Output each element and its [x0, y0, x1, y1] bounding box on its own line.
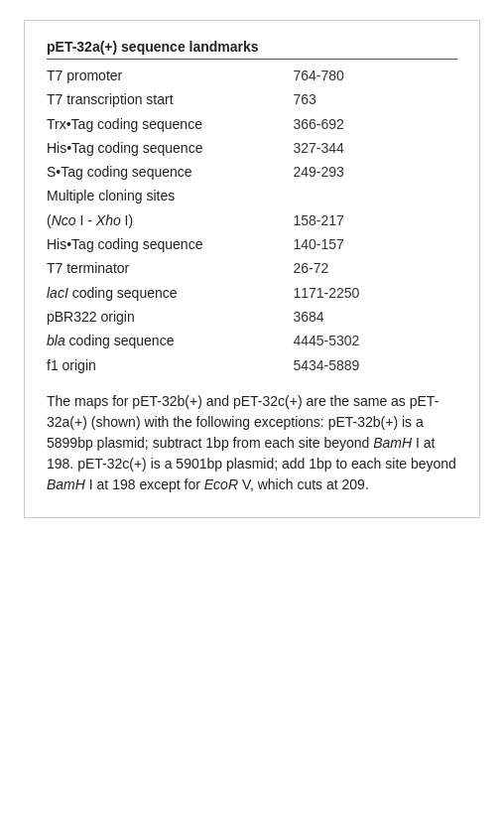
table-row: T7 transcription start763 — [47, 87, 457, 111]
table-row: Multiple cloning sites — [47, 184, 457, 207]
row-value: 4445-5302 — [293, 329, 457, 352]
row-value: 249-293 — [293, 160, 457, 184]
row-value: 764-780 — [293, 64, 457, 87]
row-value: 3684 — [293, 305, 457, 329]
table-row: pBR322 origin3684 — [47, 305, 457, 329]
row-name: T7 transcription start — [47, 87, 293, 111]
divider — [47, 59, 457, 60]
table-row: lacI coding sequence1171-2250 — [47, 281, 457, 305]
row-value: 26-72 — [293, 256, 457, 280]
row-name: pBR322 origin — [47, 305, 293, 329]
table-row: T7 terminator26-72 — [47, 256, 457, 280]
row-value: 1171-2250 — [293, 281, 457, 305]
row-name: bla coding sequence — [47, 329, 293, 352]
row-name: f1 origin — [47, 353, 293, 377]
table-row: bla coding sequence4445-5302 — [47, 329, 457, 352]
row-name: T7 promoter — [47, 64, 293, 87]
row-value — [293, 184, 457, 207]
row-value: 366-692 — [293, 112, 457, 136]
row-value: 140-157 — [293, 232, 457, 256]
table-row: His•Tag coding sequence140-157 — [47, 232, 457, 256]
row-name: S•Tag coding sequence — [47, 160, 293, 184]
row-value: 5434-5889 — [293, 353, 457, 377]
row-name: lacI coding sequence — [47, 281, 293, 305]
row-name: His•Tag coding sequence — [47, 232, 293, 256]
table-row: f1 origin5434-5889 — [47, 353, 457, 377]
landmarks-card: pET-32a(+) sequence landmarks T7 promote… — [24, 20, 480, 518]
description-text: The maps for pET-32b(+) and pET-32c(+) a… — [47, 391, 457, 495]
row-name: Trx•Tag coding sequence — [47, 112, 293, 136]
card-title: pET-32a(+) sequence landmarks — [47, 39, 457, 55]
row-name: His•Tag coding sequence — [47, 136, 293, 160]
table-row: (Nco I - Xho I)158-217 — [47, 208, 457, 232]
row-name: Multiple cloning sites — [47, 184, 293, 207]
row-name: (Nco I - Xho I) — [47, 208, 293, 232]
row-value: 158-217 — [293, 208, 457, 232]
landmarks-table: T7 promoter764-780T7 transcription start… — [47, 64, 457, 377]
row-value: 327-344 — [293, 136, 457, 160]
table-row: S•Tag coding sequence249-293 — [47, 160, 457, 184]
row-name: T7 terminator — [47, 256, 293, 280]
row-value: 763 — [293, 87, 457, 111]
table-row: His•Tag coding sequence327-344 — [47, 136, 457, 160]
table-row: T7 promoter764-780 — [47, 64, 457, 87]
table-row: Trx•Tag coding sequence366-692 — [47, 112, 457, 136]
